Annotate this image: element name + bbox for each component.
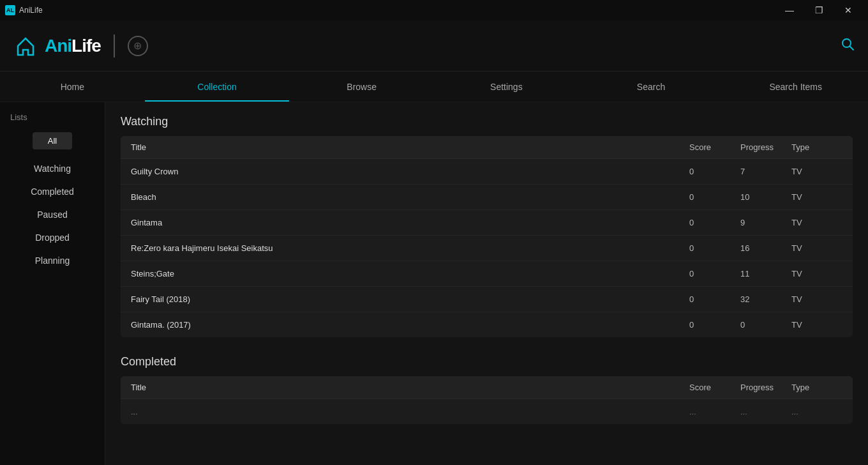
logo-text: AniLife bbox=[45, 36, 101, 56]
row-score: 0 bbox=[689, 243, 740, 253]
completed-col-header-score: Score bbox=[689, 383, 740, 392]
content: Watching Title Score Progress Type Guilt… bbox=[105, 102, 868, 465]
row-type: TV bbox=[791, 167, 842, 176]
nav-search[interactable]: Search bbox=[579, 72, 724, 102]
sidebar-item-completed[interactable]: Completed bbox=[0, 180, 105, 203]
watching-title: Watching bbox=[121, 115, 853, 128]
header: AniLife ⊕ bbox=[0, 20, 868, 72]
col-header-type: Type bbox=[791, 142, 842, 152]
table-row[interactable]: Fairy Tail (2018) 0 32 TV bbox=[121, 287, 853, 312]
title-bar-title: AniLife bbox=[19, 6, 43, 15]
search-icon bbox=[840, 36, 855, 52]
sidebar-all-button[interactable]: All bbox=[33, 132, 72, 149]
nav-search-items[interactable]: Search Items bbox=[723, 72, 868, 102]
table-row[interactable]: Re:Zero kara Hajimeru Isekai Seikatsu 0 … bbox=[121, 236, 853, 261]
watching-rows: Guilty Crown 0 7 TV Bleach 0 10 TV Ginta… bbox=[121, 159, 853, 337]
logo-house-icon bbox=[13, 33, 38, 59]
row-score: 0 bbox=[689, 320, 740, 330]
completed-col-header-type: Type bbox=[791, 383, 842, 392]
sidebar-title: Lists bbox=[0, 112, 105, 128]
minimize-button[interactable]: — bbox=[775, 0, 804, 20]
nav-settings[interactable]: Settings bbox=[434, 72, 579, 102]
completed-section: Completed Title Score Progress Type ... … bbox=[121, 355, 853, 424]
sidebar-item-paused[interactable]: Paused bbox=[0, 203, 105, 226]
row-score: 0 bbox=[689, 167, 740, 176]
table-row[interactable]: Steins;Gate 0 11 TV bbox=[121, 261, 853, 287]
row-progress: 32 bbox=[740, 294, 791, 304]
row-title: Re:Zero kara Hajimeru Isekai Seikatsu bbox=[131, 243, 689, 253]
row-type: TV bbox=[791, 320, 842, 330]
row-type: ... bbox=[791, 407, 842, 416]
completed-col-header-title: Title bbox=[131, 383, 689, 392]
row-progress: ... bbox=[740, 407, 791, 416]
row-score: 0 bbox=[689, 192, 740, 202]
row-score: ... bbox=[689, 407, 740, 416]
row-progress: 16 bbox=[740, 243, 791, 253]
row-score: 0 bbox=[689, 294, 740, 304]
row-type: TV bbox=[791, 294, 842, 304]
row-score: 0 bbox=[689, 218, 740, 227]
row-title: Fairy Tail (2018) bbox=[131, 294, 689, 304]
sidebar-all-container: All bbox=[0, 128, 105, 157]
nav-collection[interactable]: Collection bbox=[145, 72, 290, 102]
completed-rows: ... ... ... ... bbox=[121, 399, 853, 424]
completed-table-header: Title Score Progress Type bbox=[121, 376, 853, 399]
svg-line-1 bbox=[850, 46, 854, 50]
logo-text-prefix: Ani bbox=[45, 36, 71, 56]
watching-section: Watching Title Score Progress Type Guilt… bbox=[121, 115, 853, 337]
logo-text-suffix: Life bbox=[71, 36, 101, 56]
row-progress: 11 bbox=[740, 269, 791, 278]
col-header-progress: Progress bbox=[740, 142, 791, 152]
table-row[interactable]: ... ... ... ... bbox=[121, 399, 853, 424]
row-title: ... bbox=[131, 407, 689, 416]
completed-title: Completed bbox=[121, 355, 853, 369]
row-progress: 9 bbox=[740, 218, 791, 227]
row-type: TV bbox=[791, 192, 842, 202]
watching-table: Title Score Progress Type Guilty Crown 0… bbox=[121, 136, 853, 337]
row-type: TV bbox=[791, 269, 842, 278]
sidebar: Lists All Watching Completed Paused Drop… bbox=[0, 102, 105, 465]
logo: AniLife ⊕ bbox=[13, 33, 148, 59]
row-title: Gintama. (2017) bbox=[131, 320, 689, 330]
nav: Home Collection Browse Settings Search S… bbox=[0, 72, 868, 102]
main-layout: Lists All Watching Completed Paused Drop… bbox=[0, 102, 868, 465]
header-search-icon[interactable] bbox=[840, 36, 855, 56]
row-progress: 0 bbox=[740, 320, 791, 330]
app-icon: AL bbox=[5, 5, 15, 15]
col-header-score: Score bbox=[689, 142, 740, 152]
row-type: TV bbox=[791, 218, 842, 227]
row-progress: 7 bbox=[740, 167, 791, 176]
nav-home[interactable]: Home bbox=[0, 72, 145, 102]
table-row[interactable]: Bleach 0 10 TV bbox=[121, 185, 853, 210]
globe-icon: ⊕ bbox=[128, 36, 148, 56]
completed-col-header-progress: Progress bbox=[740, 383, 791, 392]
row-title: Bleach bbox=[131, 192, 689, 202]
row-progress: 10 bbox=[740, 192, 791, 202]
title-bar-controls: — ❐ ✕ bbox=[775, 0, 863, 20]
col-header-title: Title bbox=[131, 142, 689, 152]
table-row[interactable]: Gintama. (2017) 0 0 TV bbox=[121, 312, 853, 337]
title-bar-left: AL AniLife bbox=[5, 5, 43, 15]
row-title: Gintama bbox=[131, 218, 689, 227]
title-bar: AL AniLife — ❐ ✕ bbox=[0, 0, 868, 20]
nav-browse[interactable]: Browse bbox=[289, 72, 434, 102]
table-row[interactable]: Guilty Crown 0 7 TV bbox=[121, 159, 853, 185]
row-title: Steins;Gate bbox=[131, 269, 689, 278]
row-type: TV bbox=[791, 243, 842, 253]
logo-divider bbox=[114, 34, 115, 57]
watching-table-header: Title Score Progress Type bbox=[121, 136, 853, 159]
sidebar-item-dropped[interactable]: Dropped bbox=[0, 226, 105, 249]
sidebar-item-watching[interactable]: Watching bbox=[0, 157, 105, 180]
maximize-button[interactable]: ❐ bbox=[804, 0, 834, 20]
sidebar-item-planning[interactable]: Planning bbox=[0, 249, 105, 272]
close-button[interactable]: ✕ bbox=[834, 0, 863, 20]
completed-table: Title Score Progress Type ... ... ... ..… bbox=[121, 376, 853, 424]
row-score: 0 bbox=[689, 269, 740, 278]
table-row[interactable]: Gintama 0 9 TV bbox=[121, 210, 853, 236]
row-title: Guilty Crown bbox=[131, 167, 689, 176]
